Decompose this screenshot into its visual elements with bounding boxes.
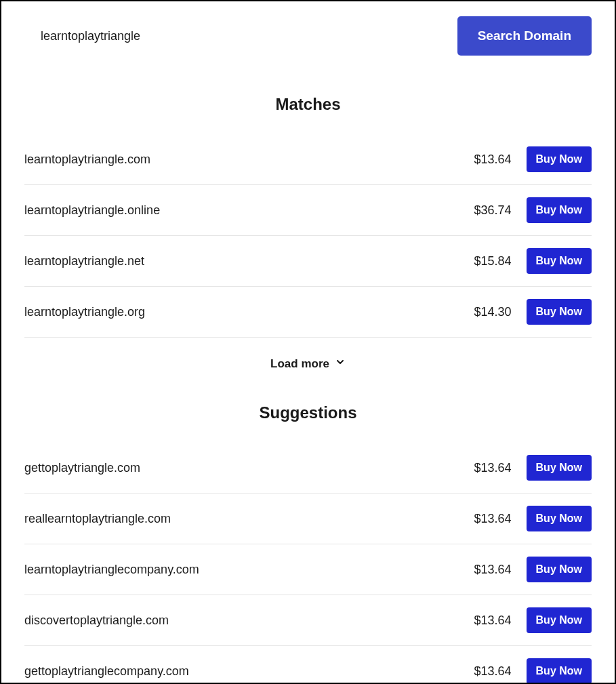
domain-price: $13.64 xyxy=(474,461,511,475)
domain-right: $13.64 Buy Now xyxy=(474,506,592,531)
domain-name: learntoplaytriangle.net xyxy=(24,254,474,268)
domain-right: $13.64 Buy Now xyxy=(474,658,592,684)
domain-name: gettoplaytrianglecompany.com xyxy=(24,664,474,679)
domain-right: $15.84 Buy Now xyxy=(474,248,592,274)
domain-price: $13.64 xyxy=(474,563,511,577)
domain-row: learntoplaytriangle.org $14.30 Buy Now xyxy=(24,287,592,338)
domain-row: learntoplaytrianglecompany.com $13.64 Bu… xyxy=(24,544,592,595)
domain-right: $13.64 Buy Now xyxy=(474,557,592,582)
domain-price: $15.84 xyxy=(474,254,511,268)
domain-right: $13.64 Buy Now xyxy=(474,607,592,633)
load-more-label: Load more xyxy=(270,357,329,371)
buy-now-button[interactable]: Buy Now xyxy=(527,557,592,582)
domain-name: discovertoplaytriangle.com xyxy=(24,613,474,628)
suggestions-section: Suggestions gettoplaytriangle.com $13.64… xyxy=(24,403,592,684)
domain-row: reallearntoplaytriangle.com $13.64 Buy N… xyxy=(24,494,592,544)
domain-price: $36.74 xyxy=(474,203,511,218)
domain-price: $13.64 xyxy=(474,664,511,679)
buy-now-button[interactable]: Buy Now xyxy=(527,455,592,481)
domain-price: $13.64 xyxy=(474,613,511,628)
domain-row: learntoplaytriangle.net $15.84 Buy Now xyxy=(24,236,592,287)
buy-now-button[interactable]: Buy Now xyxy=(527,146,592,172)
domain-row: learntoplaytriangle.com $13.64 Buy Now xyxy=(24,140,592,185)
suggestions-title: Suggestions xyxy=(24,403,592,422)
domain-name: reallearntoplaytriangle.com xyxy=(24,512,474,526)
buy-now-button[interactable]: Buy Now xyxy=(527,658,592,684)
domain-row: gettoplaytrianglecompany.com $13.64 Buy … xyxy=(24,646,592,684)
domain-name: learntoplaytriangle.com xyxy=(24,153,474,167)
matches-title: Matches xyxy=(24,95,592,114)
domain-right: $13.64 Buy Now xyxy=(474,146,592,172)
domain-row: learntoplaytriangle.online $36.74 Buy No… xyxy=(24,185,592,236)
buy-now-button[interactable]: Buy Now xyxy=(527,607,592,633)
domain-price: $14.30 xyxy=(474,305,511,319)
domain-name: gettoplaytriangle.com xyxy=(24,461,474,475)
buy-now-button[interactable]: Buy Now xyxy=(527,197,592,223)
buy-now-button[interactable]: Buy Now xyxy=(527,248,592,274)
buy-now-button[interactable]: Buy Now xyxy=(527,506,592,531)
search-input[interactable] xyxy=(24,21,444,52)
domain-name: learntoplaytriangle.online xyxy=(24,203,474,218)
domain-row: discovertoplaytriangle.com $13.64 Buy No… xyxy=(24,595,592,646)
chevron-down-icon xyxy=(335,357,346,371)
search-row: Search Domain xyxy=(24,16,592,56)
domain-right: $14.30 Buy Now xyxy=(474,299,592,325)
matches-section: Matches learntoplaytriangle.com $13.64 B… xyxy=(24,95,592,371)
domain-name: learntoplaytriangle.org xyxy=(24,305,474,319)
domain-right: $13.64 Buy Now xyxy=(474,455,592,481)
search-domain-button[interactable]: Search Domain xyxy=(457,16,592,56)
domain-name: learntoplaytrianglecompany.com xyxy=(24,563,474,577)
domain-row: gettoplaytriangle.com $13.64 Buy Now xyxy=(24,448,592,494)
buy-now-button[interactable]: Buy Now xyxy=(527,299,592,325)
domain-price: $13.64 xyxy=(474,512,511,526)
load-more-matches[interactable]: Load more xyxy=(24,357,592,371)
domain-right: $36.74 Buy Now xyxy=(474,197,592,223)
domain-price: $13.64 xyxy=(474,153,511,167)
